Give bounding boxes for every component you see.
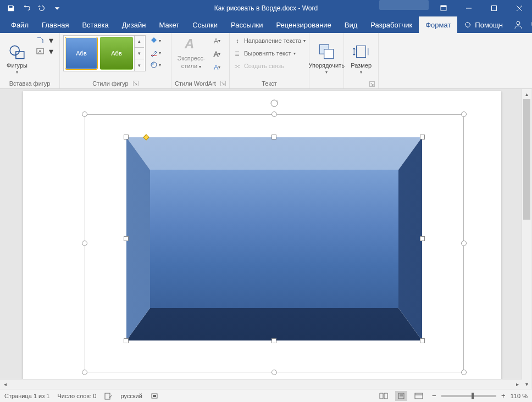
- resize-handle[interactable]: [124, 236, 129, 241]
- comments-icon[interactable]: [529, 18, 532, 31]
- bevel-shape[interactable]: [126, 137, 422, 340]
- resize-handle[interactable]: [420, 236, 425, 241]
- maximize-button[interactable]: [481, 0, 507, 16]
- tab-insert[interactable]: Вставка: [75, 16, 115, 33]
- style-preset-2[interactable]: Абв: [100, 37, 133, 70]
- svg-rect-0: [441, 7, 446, 10]
- tab-home[interactable]: Главная: [35, 16, 75, 33]
- resize-handle[interactable]: [82, 241, 87, 246]
- shape-outline-button[interactable]: ▾: [150, 47, 168, 58]
- minimize-button[interactable]: [456, 0, 481, 16]
- scroll-down-button[interactable]: ▾: [522, 379, 531, 389]
- zoom-out-button[interactable]: −: [430, 392, 438, 400]
- resize-handle[interactable]: [271, 338, 276, 343]
- gallery-more-button[interactable]: ▾: [135, 59, 144, 71]
- style-preset-1[interactable]: Абв: [65, 37, 98, 70]
- user-icon[interactable]: [512, 18, 525, 31]
- ribbon-display-button[interactable]: [431, 0, 456, 16]
- dialog-launcher-icon[interactable]: ↘: [133, 81, 138, 86]
- svg-rect-13: [151, 55, 157, 56]
- text-fill-button[interactable]: A▾: [211, 35, 223, 46]
- edit-shape-button[interactable]: [35, 35, 45, 45]
- shape-style-gallery[interactable]: Абв Абв ▴ ▾ ▾: [63, 35, 146, 71]
- group-label: Текст: [233, 79, 306, 88]
- text-outline-button[interactable]: A▾: [211, 48, 223, 59]
- resize-handle[interactable]: [420, 338, 425, 343]
- chevron-down-icon[interactable]: ▾: [46, 35, 56, 45]
- text-direction-icon: ↕: [233, 36, 242, 45]
- shape-effects-button[interactable]: ▾: [150, 59, 168, 70]
- shapes-button[interactable]: Фигуры ▾: [3, 35, 31, 75]
- close-button[interactable]: [507, 0, 532, 16]
- svg-rect-3: [492, 6, 497, 11]
- page-indicator[interactable]: Страница 1 из 1: [4, 393, 49, 399]
- text-effects-button[interactable]: A▾: [211, 62, 223, 72]
- zoom-slider[interactable]: [441, 395, 496, 397]
- quick-styles-button[interactable]: A Экспресс- стили ▾: [175, 35, 208, 69]
- tab-file[interactable]: Файл: [4, 16, 35, 33]
- spellcheck-icon[interactable]: [104, 392, 113, 400]
- redo-button[interactable]: [34, 1, 49, 16]
- gallery-up-button[interactable]: ▴: [135, 36, 144, 48]
- read-mode-button[interactable]: [378, 391, 390, 401]
- macro-icon[interactable]: [150, 392, 159, 400]
- resize-handle[interactable]: [271, 370, 277, 375]
- resize-handle[interactable]: [82, 370, 87, 375]
- tab-references[interactable]: Ссылки: [186, 16, 224, 33]
- group-arrange: Упорядочить ▾: [309, 33, 344, 88]
- arrange-button[interactable]: Упорядочить ▾: [313, 35, 340, 75]
- tab-design[interactable]: Дизайн: [115, 16, 153, 33]
- web-layout-button[interactable]: [413, 391, 425, 401]
- resize-handle[interactable]: [461, 370, 467, 375]
- scroll-right-button[interactable]: ▸: [512, 379, 522, 389]
- tab-developer[interactable]: Разработчик: [364, 16, 419, 33]
- shape-fill-button[interactable]: ▾: [150, 35, 168, 46]
- dialog-launcher-icon[interactable]: ↘: [369, 81, 375, 87]
- zoom-in-button[interactable]: +: [500, 392, 507, 400]
- text-box-button[interactable]: A: [35, 46, 45, 56]
- word-count[interactable]: Число слов: 0: [57, 393, 96, 399]
- resize-handle[interactable]: [124, 135, 129, 139]
- resize-handle[interactable]: [271, 135, 276, 139]
- size-button[interactable]: Размер ▾: [347, 35, 375, 75]
- undo-button[interactable]: [19, 1, 34, 16]
- create-link-button[interactable]: ⫘Создать связь: [233, 60, 306, 71]
- horizontal-scrollbar[interactable]: ◂ ▸: [0, 379, 522, 389]
- align-text-button[interactable]: ≣Выровнять текст▾: [233, 48, 306, 59]
- gallery-down-button[interactable]: ▾: [135, 48, 144, 60]
- scroll-left-button[interactable]: ◂: [0, 379, 10, 389]
- resize-handle[interactable]: [271, 111, 277, 117]
- dialog-launcher-icon[interactable]: ↘: [220, 81, 226, 86]
- rotate-handle[interactable]: [270, 99, 279, 108]
- tab-format[interactable]: Формат: [419, 16, 457, 33]
- resize-handle[interactable]: [461, 111, 467, 117]
- print-layout-button[interactable]: [395, 391, 407, 401]
- svg-rect-19: [357, 46, 366, 57]
- account-box[interactable]: [379, 0, 429, 10]
- page[interactable]: [23, 91, 501, 389]
- tab-view[interactable]: Вид: [338, 16, 364, 33]
- tab-layout[interactable]: Макет: [152, 16, 186, 33]
- tell-me-button[interactable]: Помощн: [457, 21, 509, 29]
- svg-point-15: [152, 63, 154, 65]
- resize-handle[interactable]: [82, 111, 87, 117]
- tab-mailings[interactable]: Рассылки: [224, 16, 269, 33]
- scroll-thumb[interactable]: [523, 99, 530, 220]
- chevron-down-icon[interactable]: ▾: [46, 46, 56, 56]
- language-indicator[interactable]: русский: [120, 393, 142, 399]
- text-direction-button[interactable]: ↕Направление текста▾: [233, 35, 306, 46]
- chevron-down-icon: ▾: [360, 70, 362, 75]
- save-button[interactable]: [3, 1, 19, 16]
- tab-review[interactable]: Рецензирование: [269, 16, 337, 33]
- resize-handle[interactable]: [461, 241, 467, 246]
- resize-handle[interactable]: [420, 135, 425, 139]
- svg-point-6: [465, 23, 470, 27]
- svg-text:A: A: [184, 36, 194, 51]
- scroll-up-button[interactable]: ▴: [522, 89, 531, 99]
- group-shape-styles: Абв Абв ▴ ▾ ▾ ▾ ▾ ▾ Стили фигур↘: [60, 33, 171, 88]
- resize-handle[interactable]: [124, 338, 129, 343]
- vertical-scrollbar[interactable]: ▴ ▾: [522, 89, 531, 389]
- zoom-level[interactable]: 110 %: [511, 393, 528, 399]
- qat-customize-button[interactable]: [49, 1, 65, 16]
- chevron-down-icon: ▾: [325, 70, 328, 75]
